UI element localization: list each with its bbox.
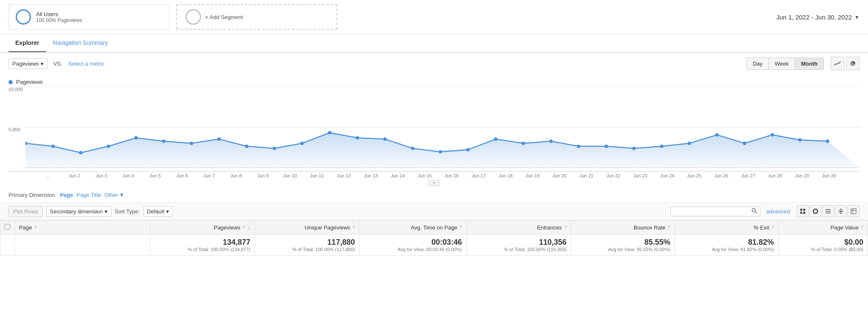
search-box — [670, 207, 760, 216]
tab-navigation-summary[interactable]: Navigation Summary — [46, 34, 115, 52]
dimension-other-label: Other — [104, 192, 118, 198]
pct-exit-total-main: 81.82% — [679, 238, 774, 247]
th-page-value: Page Value ? — [779, 221, 868, 235]
svg-point-13 — [245, 145, 248, 148]
chart-type-icons — [831, 57, 860, 70]
table-view-icons — [797, 205, 860, 217]
search-input[interactable] — [673, 208, 750, 215]
unique-pageviews-total-sub: % of Total: 100.00% (117,880) — [259, 247, 355, 252]
segment-circle-icon — [16, 9, 31, 25]
dimension-page-link[interactable]: Page — [60, 192, 73, 198]
svg-point-23 — [522, 142, 525, 145]
svg-rect-37 — [800, 209, 802, 211]
th-unique-pageviews-help-icon[interactable]: ? — [352, 225, 355, 230]
advanced-link[interactable]: advanced — [766, 208, 790, 215]
time-btn-day[interactable]: Day — [747, 58, 769, 69]
search-icon[interactable] — [751, 208, 757, 215]
svg-point-7 — [79, 151, 83, 155]
grid-view-icon[interactable] — [797, 205, 809, 217]
sort-default-label: Default — [147, 208, 164, 215]
secondary-dimension-dropdown[interactable]: Secondary dimension ▾ — [46, 206, 111, 217]
svg-point-14 — [273, 147, 276, 150]
pageviews-total-sub: % of Total: 100.00% (134,877) — [155, 247, 250, 252]
time-period-buttons: Day Week Month — [746, 58, 824, 70]
x-label-8: Jun 9 — [250, 173, 277, 178]
x-label-24: Jun 25 — [681, 173, 708, 178]
totals-unique-pageviews-cell: 117,880 % of Total: 100.00% (117,880) — [255, 235, 359, 256]
list-view-icon[interactable] — [822, 205, 834, 217]
date-range-selector[interactable]: Jun 1, 2022 - Jun 30, 2022 ▼ — [776, 14, 860, 21]
th-pageviews-help-icon[interactable]: ? — [242, 225, 245, 230]
svg-point-26 — [605, 145, 608, 148]
th-entrances-help-icon[interactable]: ? — [564, 225, 567, 230]
time-btn-week[interactable]: Week — [769, 58, 795, 69]
tab-explorer[interactable]: Explorer — [8, 34, 46, 52]
dimension-page-title-link[interactable]: Page Title — [77, 192, 101, 198]
svg-point-25 — [577, 145, 580, 148]
svg-point-18 — [383, 137, 387, 141]
line-chart-icon[interactable] — [831, 57, 844, 70]
donut-chart-icon[interactable] — [810, 205, 821, 217]
comparison-view-icon[interactable] — [835, 205, 847, 217]
x-label-12: Jun 13 — [357, 173, 384, 178]
x-axis: ... Jun 2 Jun 3 Jun 4 Jun 5 Jun 6 Jun 7 … — [8, 171, 860, 178]
metric-dropdown[interactable]: Pageviews ▾ — [8, 58, 47, 69]
th-avg-time: Avg. Time on Page ? — [359, 221, 467, 235]
metric-label: Pageviews — [12, 61, 39, 67]
th-avg-time-help-icon[interactable]: ? — [459, 225, 462, 230]
svg-rect-40 — [803, 212, 805, 214]
segment-bar: All Users 100.00% Pageviews + Add Segmen… — [0, 0, 868, 34]
x-label-4: Jun 5 — [142, 173, 169, 178]
svg-rect-38 — [803, 209, 805, 211]
x-label-23: Jun 24 — [654, 173, 681, 178]
totals-checkbox-cell — [0, 235, 15, 256]
svg-point-30 — [715, 133, 719, 136]
segment-label: All Users 100.00% Pageviews — [36, 11, 82, 23]
x-label-11: Jun 12 — [331, 173, 358, 178]
time-btn-month[interactable]: Month — [795, 58, 823, 69]
select-metric-link[interactable]: Select a metric — [68, 61, 105, 67]
x-label-28: Jun 29 — [789, 173, 816, 178]
x-label-7: Jun 8 — [223, 173, 250, 178]
add-segment-circle-icon — [186, 9, 201, 25]
th-page-label: Page — [19, 224, 32, 231]
svg-point-11 — [190, 142, 193, 145]
date-range-label: Jun 1, 2022 - Jun 30, 2022 — [776, 14, 852, 21]
th-pct-exit-help-icon[interactable]: ? — [771, 225, 774, 230]
x-label-26: Jun 27 — [734, 173, 762, 178]
x-label-20: Jun 21 — [573, 173, 600, 178]
add-segment-label: + Add Segment — [205, 14, 243, 20]
th-page-help-icon[interactable]: ? — [34, 225, 36, 230]
th-pageviews-sort-icon[interactable]: ↓ — [248, 224, 250, 231]
dimension-other-dropdown[interactable]: Other ▼ — [104, 192, 124, 198]
scroll-handle-icon: ▼ — [432, 181, 436, 185]
select-all-checkbox[interactable] — [5, 224, 10, 229]
chart-scroll-handle[interactable]: ▼ — [8, 180, 860, 186]
svg-point-9 — [134, 136, 138, 139]
avg-time-total-main: 00:03:46 — [364, 238, 462, 247]
totals-avg-time-cell: 00:03:46 Avg for View: 00:03:46 (0.00%) — [359, 235, 467, 256]
add-segment-button[interactable]: + Add Segment — [176, 4, 337, 30]
svg-point-22 — [494, 137, 497, 141]
plot-rows-button[interactable]: Plot Rows — [8, 206, 43, 217]
th-bounce-rate-help-icon[interactable]: ? — [668, 225, 670, 230]
x-label-18: Jun 19 — [519, 173, 546, 178]
th-checkbox — [0, 221, 15, 235]
secondary-dimension-arrow: ▾ — [105, 208, 108, 215]
dimension-bar: Primary Dimension: Page Page Title Other… — [0, 188, 868, 202]
totals-entrances-cell: 110,356 % of Total: 100.00% (110,356) — [467, 235, 571, 256]
x-label-17: Jun 18 — [492, 173, 519, 178]
chart-area: Pageviews 10,000 5,000 — [0, 75, 868, 186]
pivot-view-icon[interactable] — [848, 205, 860, 217]
x-label-1: Jun 2 — [61, 173, 88, 178]
metric-dropdown-arrow: ▾ — [41, 61, 44, 67]
table-controls: Plot Rows Secondary dimension ▾ Sort Typ… — [0, 202, 868, 220]
sort-type-dropdown[interactable]: Default ▾ — [143, 206, 173, 217]
th-entrances: Entrances ? — [467, 221, 571, 235]
primary-dimension-label: Primary Dimension: — [8, 192, 56, 198]
svg-rect-47 — [851, 209, 856, 214]
chart-svg — [25, 87, 860, 172]
th-page-value-help-icon[interactable]: ? — [861, 225, 863, 230]
pie-chart-icon[interactable] — [846, 57, 860, 70]
x-label-2: Jun 3 — [88, 173, 115, 178]
